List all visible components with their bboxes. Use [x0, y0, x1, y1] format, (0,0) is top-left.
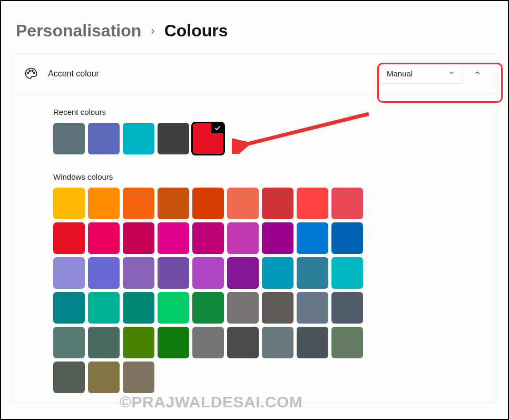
- checkmark-icon: [211, 123, 224, 133]
- windows-colour-swatch[interactable]: [123, 292, 154, 324]
- windows-colour-swatch[interactable]: [88, 257, 120, 289]
- windows-colour-swatch[interactable]: [158, 327, 189, 358]
- svg-point-2: [32, 70, 33, 72]
- windows-colour-swatch[interactable]: [88, 362, 120, 393]
- windows-colour-swatch[interactable]: [53, 188, 85, 219]
- chevron-down-icon: [448, 69, 455, 78]
- chevron-right-icon: ›: [151, 24, 154, 38]
- settings-page: Personalisation › Colours Accent colour …: [0, 0, 509, 420]
- windows-colour-swatch[interactable]: [227, 222, 259, 254]
- recent-colour-swatch[interactable]: [192, 123, 224, 154]
- recent-colours-row: [53, 123, 485, 154]
- windows-colour-swatch[interactable]: [331, 292, 363, 324]
- windows-colour-swatch[interactable]: [262, 292, 293, 324]
- windows-colour-swatch[interactable]: [227, 257, 259, 289]
- windows-colour-swatch[interactable]: [53, 257, 85, 289]
- windows-colour-swatch[interactable]: [53, 362, 85, 393]
- breadcrumb-current: Colours: [164, 21, 228, 41]
- windows-colour-swatch[interactable]: [123, 327, 154, 358]
- windows-colours-grid: [53, 188, 375, 393]
- windows-colour-swatch[interactable]: [297, 292, 328, 324]
- windows-colour-swatch[interactable]: [227, 188, 259, 219]
- windows-colour-swatch[interactable]: [262, 222, 293, 254]
- recent-colours-label: Recent colours: [53, 108, 485, 116]
- recent-colour-swatch[interactable]: [158, 123, 189, 154]
- windows-colour-swatch[interactable]: [53, 327, 85, 358]
- recent-colour-swatch[interactable]: [53, 123, 85, 154]
- windows-colour-swatch[interactable]: [331, 222, 363, 254]
- collapse-button[interactable]: [469, 66, 485, 82]
- recent-colour-swatch[interactable]: [88, 123, 120, 154]
- windows-colour-swatch[interactable]: [297, 257, 328, 289]
- windows-colour-swatch[interactable]: [297, 222, 328, 254]
- windows-colour-swatch[interactable]: [331, 257, 363, 289]
- svg-point-1: [29, 70, 31, 72]
- windows-colour-swatch[interactable]: [227, 292, 259, 324]
- accent-mode-value: Manual: [387, 69, 413, 78]
- windows-colour-swatch[interactable]: [192, 222, 224, 254]
- windows-colour-swatch[interactable]: [192, 327, 224, 358]
- windows-colour-swatch[interactable]: [88, 292, 120, 324]
- windows-colour-swatch[interactable]: [88, 188, 120, 219]
- windows-colour-swatch[interactable]: [158, 222, 189, 254]
- windows-colour-swatch[interactable]: [262, 188, 293, 219]
- windows-colour-swatch[interactable]: [192, 188, 224, 219]
- windows-colour-swatch[interactable]: [192, 257, 224, 289]
- svg-point-0: [27, 72, 29, 73]
- accent-colour-body: Recent colours Windows colours: [12, 94, 497, 403]
- windows-colour-swatch[interactable]: [123, 188, 154, 219]
- windows-colour-swatch[interactable]: [158, 292, 189, 324]
- windows-colour-swatch[interactable]: [331, 188, 363, 219]
- windows-colour-swatch[interactable]: [227, 327, 259, 358]
- windows-colour-swatch[interactable]: [53, 222, 85, 254]
- windows-colour-swatch[interactable]: [88, 327, 120, 358]
- accent-header-controls: Manual: [379, 64, 485, 84]
- breadcrumb-parent[interactable]: Personalisation: [16, 21, 141, 41]
- windows-colour-swatch[interactable]: [297, 188, 328, 219]
- accent-colour-card: Accent colour Manual Recent colours Wind…: [12, 53, 497, 403]
- windows-colour-swatch[interactable]: [123, 362, 154, 393]
- windows-colour-swatch[interactable]: [123, 222, 154, 254]
- accent-colour-title: Accent colour: [48, 69, 99, 79]
- svg-point-3: [34, 72, 35, 73]
- windows-colour-swatch[interactable]: [297, 327, 328, 358]
- accent-mode-dropdown[interactable]: Manual: [379, 64, 463, 84]
- recent-colour-swatch[interactable]: [123, 123, 154, 154]
- windows-colour-swatch[interactable]: [262, 257, 293, 289]
- windows-colour-swatch[interactable]: [192, 292, 224, 324]
- windows-colour-swatch[interactable]: [331, 327, 363, 358]
- windows-colour-swatch[interactable]: [53, 292, 85, 324]
- windows-colours-label: Windows colours: [53, 172, 485, 181]
- accent-colour-header[interactable]: Accent colour Manual: [12, 54, 497, 94]
- windows-colour-swatch[interactable]: [262, 327, 293, 358]
- windows-colour-swatch[interactable]: [158, 188, 189, 219]
- windows-colour-swatch[interactable]: [88, 222, 120, 254]
- windows-colour-swatch[interactable]: [123, 257, 154, 289]
- breadcrumb: Personalisation › Colours: [1, 1, 508, 53]
- palette-icon: [24, 66, 38, 81]
- windows-colour-swatch[interactable]: [158, 257, 189, 289]
